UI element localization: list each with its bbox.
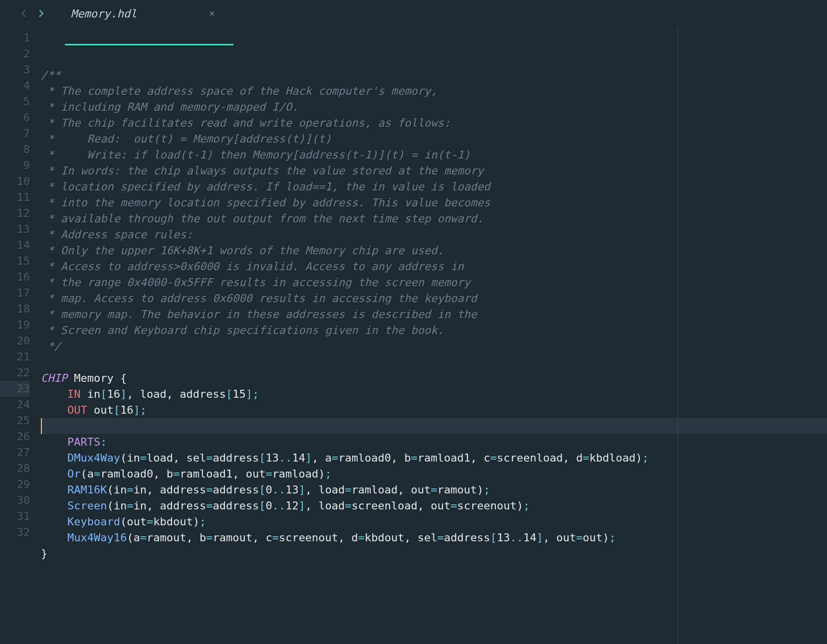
code-line[interactable]: * The chip facilitates read and write op…: [41, 115, 827, 131]
code-line[interactable]: }: [41, 546, 827, 562]
code-line[interactable]: PARTS:: [41, 434, 827, 450]
code-line[interactable]: DMux4Way(in=load, sel=address[13..14], a…: [41, 450, 827, 466]
text-caret: [41, 418, 42, 434]
code-line[interactable]: */: [41, 338, 827, 354]
line-number: 5: [0, 94, 30, 110]
line-number: 22: [0, 365, 30, 381]
code-line[interactable]: * Address space rules:: [41, 227, 827, 243]
code-line[interactable]: * Read: out(t) = Memory[address(t)](t): [41, 131, 827, 147]
nav-back-button[interactable]: [17, 6, 31, 20]
code-pane: 1234567891011121314151617181920212223242…: [0, 27, 827, 644]
code-line[interactable]: * including RAM and memory-mapped I/O.: [41, 99, 827, 115]
line-number: 30: [0, 492, 30, 508]
line-number: 20: [0, 333, 30, 349]
code-line[interactable]: Mux4Way16(a=ramout, b=ramout, c=screenou…: [41, 530, 827, 546]
line-number: 7: [0, 126, 30, 142]
line-number: 15: [0, 253, 30, 269]
line-number: 26: [0, 429, 30, 445]
code-line[interactable]: * Screen and Keyboard chip specification…: [41, 322, 827, 338]
code-line[interactable]: * In words: the chip always outputs the …: [41, 163, 827, 179]
close-icon: [208, 10, 215, 17]
tab-bar: Memory.hdl: [0, 0, 827, 27]
code-line[interactable]: Screen(in=in, address=address[0..12], lo…: [41, 498, 827, 514]
code-line[interactable]: * Access to address>0x6000 is invalid. A…: [41, 259, 827, 275]
line-number: 6: [0, 110, 30, 126]
line-number: 31: [0, 508, 30, 524]
code-line[interactable]: * location specified by address. If load…: [41, 179, 827, 195]
code-area[interactable]: /** * The complete address space of the …: [37, 27, 827, 644]
code-line[interactable]: RAM16K(in=in, address=address[0..13], lo…: [41, 482, 827, 498]
line-number: 16: [0, 269, 30, 285]
code-line[interactable]: [41, 354, 827, 370]
line-number: 23: [0, 381, 30, 397]
line-number-gutter: 1234567891011121314151617181920212223242…: [0, 27, 37, 644]
code-editor: Memory.hdl 12345678910111213141516171819…: [0, 0, 827, 644]
chevron-left-icon: [18, 8, 29, 19]
code-line[interactable]: OUT out[16];: [41, 402, 827, 418]
column-ruler: [677, 27, 678, 644]
line-number: 10: [0, 173, 30, 189]
nav-forward-button[interactable]: [34, 6, 48, 20]
line-number: 11: [0, 189, 30, 205]
code-line[interactable]: * memory map. The behavior in these addr…: [41, 307, 827, 322]
line-number: 9: [0, 158, 30, 173]
code-line[interactable]: * available through the out output from …: [41, 211, 827, 227]
line-number: 28: [0, 461, 30, 477]
line-number: 18: [0, 301, 30, 317]
line-number: 21: [0, 349, 30, 365]
code-line[interactable]: Or(a=ramload0, b=ramload1, out=ramload);: [41, 466, 827, 482]
tab-close-button[interactable]: [207, 8, 217, 19]
code-line[interactable]: * the range 0x4000-0x5FFF results in acc…: [41, 275, 827, 291]
line-number: 24: [0, 397, 30, 413]
tab-title: Memory.hdl: [71, 7, 137, 20]
code-line[interactable]: * The complete address space of the Hack…: [41, 83, 827, 99]
line-number: 8: [0, 142, 30, 158]
code-line[interactable]: IN in[16], load, address[15];: [41, 386, 827, 402]
line-number: 17: [0, 285, 30, 301]
code-line[interactable]: * Write: if load(t-1) then Memory[addres…: [41, 147, 827, 163]
line-number: 27: [0, 445, 30, 461]
line-number: 19: [0, 317, 30, 333]
code-line[interactable]: * into the memory location specified by …: [41, 195, 827, 211]
chevron-right-icon: [35, 8, 46, 19]
code-line[interactable]: [41, 562, 827, 578]
code-line[interactable]: /**: [41, 67, 827, 83]
line-number: 32: [0, 524, 30, 540]
line-number: 1: [0, 30, 30, 46]
tab-memory-hdl[interactable]: Memory.hdl: [69, 0, 227, 27]
line-number: 2: [0, 46, 30, 62]
code-line[interactable]: * Only the upper 16K+8K+1 words of the M…: [41, 243, 827, 259]
line-number: 29: [0, 477, 30, 492]
line-number: 12: [0, 205, 30, 221]
code-line[interactable]: CHIP Memory {: [41, 370, 827, 386]
line-number: 25: [0, 413, 30, 429]
line-number: 13: [0, 221, 30, 237]
code-line[interactable]: * map. Access to address 0x6000 results …: [41, 291, 827, 307]
line-number: 3: [0, 62, 30, 78]
code-line[interactable]: Keyboard(out=kbdout);: [41, 514, 827, 530]
line-number: 4: [0, 78, 30, 94]
code-line[interactable]: [41, 418, 827, 434]
line-number: 14: [0, 237, 30, 253]
